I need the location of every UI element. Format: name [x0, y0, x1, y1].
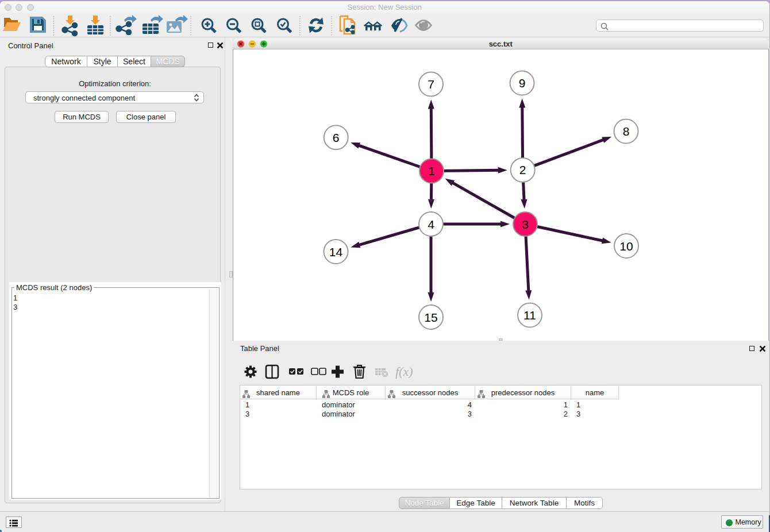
svg-text:10: 10 — [619, 240, 633, 253]
svg-text:2: 2 — [519, 163, 526, 176]
svg-text:14: 14 — [329, 245, 343, 259]
svg-text:9: 9 — [519, 76, 526, 90]
svg-text:7: 7 — [428, 78, 434, 91]
svg-text:11: 11 — [523, 309, 536, 322]
svg-text:6: 6 — [333, 131, 340, 144]
svg-text:1: 1 — [428, 164, 435, 178]
svg-text:4: 4 — [428, 218, 434, 231]
svg-text:8: 8 — [623, 125, 630, 138]
svg-text:3: 3 — [522, 218, 529, 231]
svg-text:15: 15 — [424, 311, 437, 324]
svg-text:f(x): f(x) — [395, 364, 413, 379]
